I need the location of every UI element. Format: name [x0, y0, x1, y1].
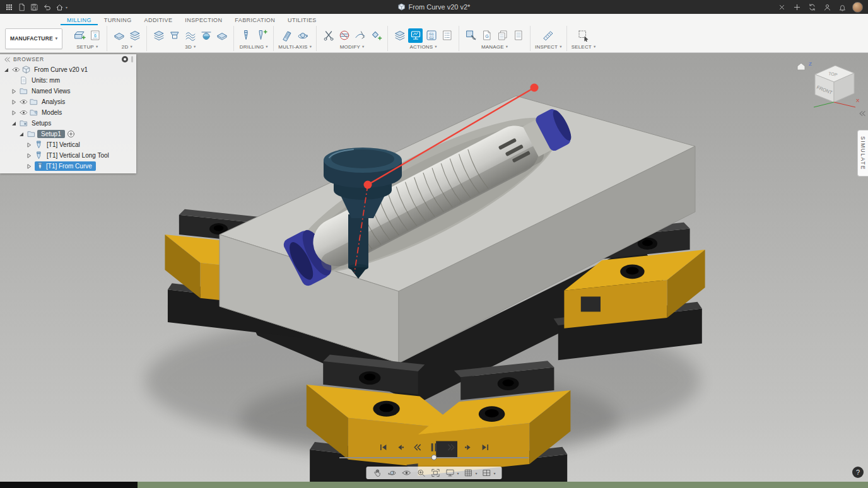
browser-item-t1-vertical-long-tool[interactable]: [T1] Vertical Long Tool: [0, 150, 136, 161]
display-settings-icon[interactable]: [445, 468, 455, 478]
save-icon[interactable]: [29, 2, 40, 13]
list-box-icon[interactable]: [440, 28, 454, 43]
toolbar-group-label[interactable]: SELECT▾: [572, 44, 596, 50]
browser-item-label[interactable]: [T1] Vertical Long Tool: [45, 152, 111, 159]
toolbar-group-label[interactable]: 2D▾: [122, 44, 132, 50]
browser-item-models[interactable]: Models: [0, 107, 136, 118]
layers-icon[interactable]: [392, 28, 407, 43]
fast-forward-button[interactable]: [445, 441, 457, 453]
scissors-icon[interactable]: [321, 28, 336, 43]
pause-button[interactable]: [428, 441, 440, 453]
bell-icon[interactable]: [837, 2, 848, 13]
grid-settings-caret-icon[interactable]: ▾: [475, 471, 477, 475]
grid-settings-icon[interactable]: [463, 468, 473, 478]
doc-copy-icon[interactable]: [495, 28, 510, 43]
pocket-icon[interactable]: [167, 28, 182, 43]
browser-item-t1-vertical[interactable]: [T1] Vertical: [0, 139, 136, 150]
caret-open-icon[interactable]: [3, 66, 10, 74]
toolbar-group-label[interactable]: INSPECT▾: [535, 44, 562, 50]
compare-plus-icon[interactable]: [368, 28, 383, 43]
tool-icon[interactable]: [35, 151, 43, 160]
waves-icon[interactable]: [183, 28, 197, 43]
viewports-icon[interactable]: [482, 468, 492, 478]
display-settings-caret-icon[interactable]: ▾: [457, 471, 459, 475]
eye-icon[interactable]: [20, 98, 28, 106]
rewind-button[interactable]: [411, 441, 423, 453]
browser-item-label[interactable]: Named Views: [30, 88, 73, 95]
caret-closed-icon[interactable]: [25, 141, 33, 149]
close-icon[interactable]: [777, 2, 787, 13]
setup-new-icon[interactable]: [72, 28, 86, 43]
profile-icon[interactable]: [822, 2, 833, 13]
add-icon[interactable]: [792, 2, 802, 13]
browser-item-from-curve-v20-v1[interactable]: From Curve v20 v1: [0, 64, 136, 75]
timeline-handle[interactable]: [431, 455, 437, 460]
component-icon[interactable]: [22, 66, 30, 74]
workspace-selector-button[interactable]: MANUFACTURE ▾: [5, 28, 62, 49]
undo-icon[interactable]: [42, 2, 52, 13]
plus-badge-icon[interactable]: [67, 130, 75, 138]
browser-item-label[interactable]: Setup1: [37, 130, 65, 138]
expand-panel-icon[interactable]: [858, 108, 865, 116]
layers-icon[interactable]: [151, 28, 166, 43]
tab-additive[interactable]: ADDITIVE: [138, 16, 179, 25]
machine-library-icon[interactable]: 6: [88, 28, 102, 43]
slab-icon[interactable]: [112, 28, 126, 43]
caret-closed-icon[interactable]: [25, 152, 33, 160]
ball-icon[interactable]: [199, 28, 213, 43]
tool-lib-icon[interactable]: [464, 28, 478, 43]
caret-closed-icon[interactable]: [10, 88, 18, 95]
toolbar-group-label[interactable]: 3D▾: [185, 44, 196, 50]
browser-item-setups[interactable]: Setups: [0, 118, 136, 129]
look-at-icon[interactable]: [401, 468, 411, 478]
eye-icon[interactable]: [20, 108, 28, 117]
caret-open-icon[interactable]: [18, 131, 25, 138]
simulate-panel-tab[interactable]: SIMULATE: [857, 130, 868, 177]
browser-item-named-views[interactable]: Named Views: [0, 86, 136, 96]
tab-fabrication[interactable]: FABRICATION: [228, 16, 281, 25]
ruler-icon[interactable]: [541, 28, 556, 43]
gcode-icon[interactable]: G1G2: [424, 28, 438, 43]
eye-icon[interactable]: [12, 66, 20, 74]
browser-item-t1-from-curve[interactable]: [T1] From Curve: [0, 161, 136, 171]
step-back-button[interactable]: [394, 441, 406, 453]
browser-resize-handle[interactable]: [131, 56, 133, 62]
units-doc-icon[interactable]: [20, 76, 28, 84]
toolbar-group-label[interactable]: MULTI-AXIS▾: [278, 44, 312, 50]
setup-folder-icon[interactable]: [20, 119, 28, 127]
simulate-icon[interactable]: [408, 28, 423, 43]
browser-options-icon[interactable]: [122, 56, 128, 62]
no-pass-icon[interactable]: [337, 28, 351, 43]
drill-icon[interactable]: [238, 28, 253, 43]
browser-item-label[interactable]: Setups: [30, 120, 53, 127]
tab-utilities[interactable]: UTILITIES: [281, 16, 323, 25]
toolbar-group-label[interactable]: ACTIONS▾: [409, 44, 437, 50]
folder-icon[interactable]: [27, 130, 35, 138]
toolbar-group-label[interactable]: MANAGE▾: [481, 44, 508, 50]
folder-icon[interactable]: [20, 87, 28, 95]
select-box-icon[interactable]: [577, 28, 591, 43]
caret-closed-icon[interactable]: [25, 163, 33, 170]
trim-curve-icon[interactable]: [353, 28, 367, 43]
browser-item-label[interactable]: [T1] From Curve: [46, 163, 92, 170]
drill-plus-icon[interactable]: [254, 28, 269, 43]
browser-item-label[interactable]: Analysis: [40, 98, 67, 105]
layers-icon[interactable]: [127, 28, 142, 43]
viewports-caret-icon[interactable]: ▾: [494, 471, 496, 475]
pan-icon[interactable]: [372, 468, 382, 478]
caret-closed-icon[interactable]: [10, 109, 18, 117]
browser-item-units-mm[interactable]: Units: mm: [0, 75, 136, 86]
toolbar-group-label[interactable]: DRILLING▾: [240, 44, 268, 50]
browser-item-label[interactable]: From Curve v20 v1: [32, 66, 90, 73]
caret-open-icon[interactable]: [10, 120, 18, 127]
browser-item-analysis[interactable]: Analysis: [0, 96, 136, 107]
viewport[interactable]: BROWSER From Curve v20 v1Units: mmNamed …: [0, 53, 868, 482]
tab-milling[interactable]: MILLING: [61, 16, 98, 25]
sync-icon[interactable]: [807, 2, 818, 13]
slab-icon[interactable]: [214, 28, 229, 43]
caret-closed-icon[interactable]: [10, 98, 18, 106]
fit-icon[interactable]: [430, 468, 440, 478]
skip-start-button[interactable]: [377, 441, 389, 453]
tool-icon[interactable]: [35, 141, 43, 149]
help-button[interactable]: ?: [852, 467, 864, 478]
